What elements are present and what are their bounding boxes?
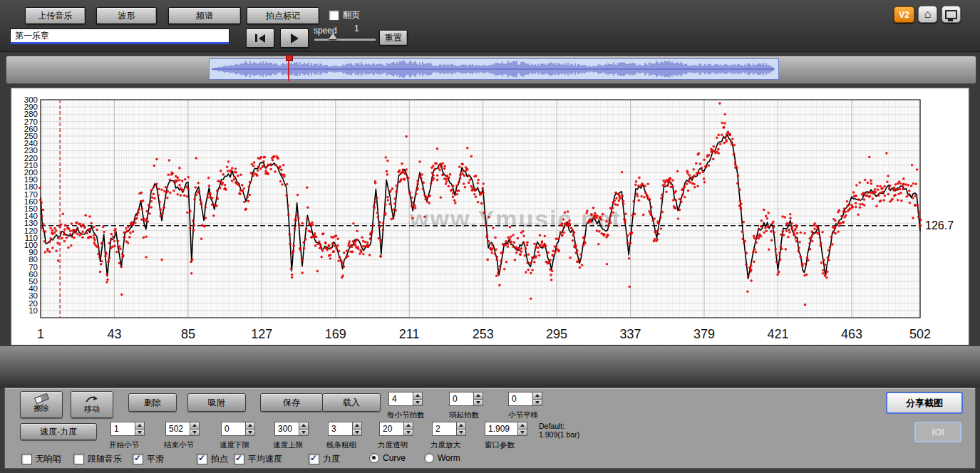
checkbox-smooth[interactable]: 平滑: [133, 453, 164, 465]
tempo-upper-value[interactable]: 300: [274, 422, 299, 436]
checkbox-average-tempo[interactable]: 平均速度: [234, 453, 282, 465]
snap-button[interactable]: 吸附: [187, 393, 246, 412]
radio-dot[interactable]: [424, 453, 434, 463]
tempo-upper-spinner[interactable]: 300: [274, 422, 309, 436]
spinner-up-icon[interactable]: [352, 422, 362, 430]
spinner-arrows[interactable]: [245, 422, 255, 436]
pickup-beats-value[interactable]: 0: [449, 392, 473, 406]
checkbox-beat-points[interactable]: 拍点: [197, 453, 228, 465]
checkbox-box[interactable]: [21, 454, 32, 464]
dynamics-scale-value[interactable]: 2: [432, 422, 456, 436]
bar-shift-value[interactable]: 0: [508, 392, 532, 406]
spinner-down-icon[interactable]: [352, 430, 362, 437]
dynamics-opacity-spinner[interactable]: 20: [379, 422, 413, 436]
spinner-arrows[interactable]: [403, 422, 413, 436]
spinner-arrows[interactable]: [352, 422, 362, 436]
checkbox-no-whistle[interactable]: 无响哨: [21, 453, 61, 465]
spinner-down-icon[interactable]: [245, 430, 255, 437]
tempo-lower-spinner[interactable]: 0: [221, 422, 255, 436]
reset-button[interactable]: 重置: [379, 30, 408, 46]
spinner-down-icon[interactable]: [456, 430, 466, 437]
monitor-icon[interactable]: [942, 6, 961, 23]
spinner-up-icon[interactable]: [456, 422, 466, 430]
dynamics-scale-spinner[interactable]: 2: [432, 422, 466, 436]
radio-curve[interactable]: Curve: [369, 453, 406, 463]
status-bar: Manually mark beat with key (A, S, D, F)…: [0, 346, 980, 388]
checkbox-box[interactable]: [329, 10, 339, 21]
spinner-up-icon[interactable]: [245, 422, 255, 430]
beat-mark-button[interactable]: 拍点标记: [247, 7, 319, 24]
spinner-down-icon[interactable]: [413, 400, 423, 407]
spectrum-button[interactable]: 频谱: [168, 7, 241, 24]
checkbox-box-checked[interactable]: [309, 454, 319, 464]
spinner-arrows[interactable]: [532, 392, 542, 406]
spinner-down-icon[interactable]: [473, 400, 483, 407]
load-button[interactable]: 载入: [322, 393, 381, 412]
play-button[interactable]: [280, 28, 309, 48]
prev-button[interactable]: [246, 28, 274, 48]
dynamics-opacity-value[interactable]: 20: [379, 422, 403, 436]
tempo-dynamics-button[interactable]: 速度-力度: [20, 423, 97, 440]
checkbox-dynamics[interactable]: 力度: [309, 453, 340, 465]
checkbox-box[interactable]: [73, 454, 84, 464]
spinner-up-icon[interactable]: [403, 422, 413, 430]
save-button[interactable]: 保存: [260, 393, 323, 412]
speed-slider-track[interactable]: [314, 38, 376, 41]
move-button[interactable]: 移动: [71, 391, 113, 418]
spinner-down-icon[interactable]: [403, 430, 413, 437]
beats-per-bar-value[interactable]: 4: [388, 392, 413, 406]
ioi-button[interactable]: IOI: [914, 422, 961, 442]
beats-per-bar-spinner[interactable]: 4: [388, 392, 423, 406]
spinner-arrows[interactable]: [299, 422, 309, 436]
spinner-arrows[interactable]: [190, 422, 200, 436]
spinner-arrows[interactable]: [456, 422, 466, 436]
window-param-value[interactable]: 1.909: [485, 422, 517, 436]
track-name-input[interactable]: [10, 28, 229, 44]
pickup-beats-spinner[interactable]: 0: [449, 392, 483, 406]
home-icon[interactable]: ⌂: [918, 6, 937, 23]
spinner-down-icon[interactable]: [532, 400, 542, 407]
spinner-down-icon[interactable]: [299, 430, 309, 437]
delete-button[interactable]: 删除: [128, 393, 177, 412]
waveform-button[interactable]: 波形: [96, 7, 157, 24]
overview-playhead[interactable]: [288, 57, 289, 81]
radio-dot-selected[interactable]: [369, 453, 379, 463]
window-param-spinner[interactable]: 1.909: [485, 422, 527, 436]
bar-shift-spinner[interactable]: 0: [508, 392, 542, 406]
upload-music-button[interactable]: 上传音乐: [25, 7, 86, 24]
spinner-down-icon[interactable]: [517, 430, 527, 437]
erase-button[interactable]: 擦除: [20, 391, 63, 418]
spinner-up-icon[interactable]: [517, 422, 527, 430]
checkbox-follow-music[interactable]: 跟随音乐: [73, 453, 122, 465]
line-width-spinner[interactable]: 3: [328, 422, 362, 436]
end-bar-value[interactable]: 502: [165, 422, 190, 436]
v2-badge[interactable]: V2: [894, 6, 914, 23]
spinner-arrows[interactable]: [135, 422, 145, 436]
radio-worm[interactable]: Worm: [424, 453, 460, 463]
tempo-lower-value[interactable]: 0: [221, 422, 245, 436]
spinner-up-icon[interactable]: [473, 392, 483, 400]
checkbox-box-checked[interactable]: [234, 454, 244, 464]
spinner-arrows[interactable]: [473, 392, 483, 406]
speed-slider-thumb[interactable]: [329, 33, 337, 39]
overview-waveform[interactable]: [209, 58, 779, 80]
spinner-arrows[interactable]: [517, 422, 527, 436]
share-screenshot-button[interactable]: 分享截图: [886, 392, 963, 414]
spinner-up-icon[interactable]: [413, 392, 423, 400]
spinner-up-icon[interactable]: [190, 422, 200, 430]
end-bar-spinner[interactable]: 502: [165, 422, 200, 436]
spinner-up-icon[interactable]: [135, 422, 145, 430]
line-width-value[interactable]: 3: [328, 422, 352, 436]
spinner-up-icon[interactable]: [299, 422, 309, 430]
spinner-down-icon[interactable]: [190, 430, 200, 437]
spinner-down-icon[interactable]: [135, 430, 145, 437]
start-bar-value[interactable]: 1: [110, 422, 135, 436]
overview-playhead-handle[interactable]: [286, 55, 293, 61]
start-bar-spinner[interactable]: 1: [110, 422, 145, 436]
spinner-up-icon[interactable]: [532, 392, 542, 400]
checkbox-box-checked[interactable]: [197, 454, 207, 464]
page-turn-checkbox[interactable]: 翻页: [329, 9, 360, 21]
checkbox-box-checked[interactable]: [133, 454, 143, 464]
spinner-arrows[interactable]: [413, 392, 423, 406]
tempo-chart[interactable]: www.Ymusic.net10203040506070809010011012…: [11, 88, 969, 345]
